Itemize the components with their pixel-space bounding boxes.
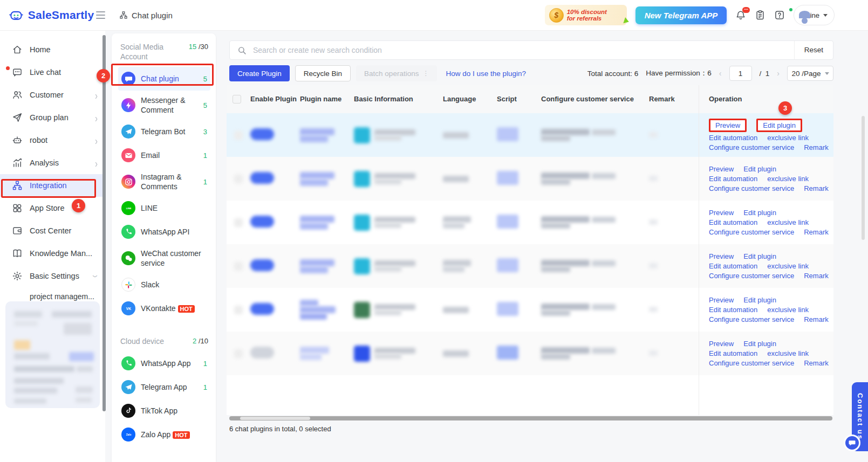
- sidebar-item-analysis[interactable]: Analysis›: [0, 151, 105, 174]
- configure-customer-service-link[interactable]: Configure customer service: [709, 272, 794, 280]
- remark-link[interactable]: Remark: [804, 359, 829, 367]
- preview-link[interactable]: Preview: [709, 165, 734, 173]
- page-size-select[interactable]: 20 /Page: [787, 66, 833, 81]
- preview-link[interactable]: Preview: [709, 252, 734, 260]
- table-row[interactable]: PreviewEdit pluginEdit automationexclusi…: [227, 288, 833, 332]
- channel-item-telegram-bot[interactable]: Telegram Bot3: [118, 120, 210, 143]
- script-button[interactable]: [497, 353, 518, 361]
- page-input[interactable]: 1: [729, 66, 752, 81]
- script-button[interactable]: [497, 309, 518, 318]
- horizontal-scrollbar[interactable]: [229, 416, 832, 420]
- exclusive-link-link[interactable]: exclusive link: [767, 349, 809, 357]
- preview-link[interactable]: Preview: [709, 209, 734, 217]
- edit-plugin-link[interactable]: Edit plugin: [743, 252, 776, 260]
- configure-customer-service-link[interactable]: Configure customer service: [709, 184, 794, 192]
- channel-item-instagram-comments[interactable]: Instagram & Comments1: [118, 167, 210, 196]
- enable-plugin-toggle[interactable]: [250, 265, 274, 273]
- create-plugin-button[interactable]: Create Plugin: [229, 65, 290, 81]
- enable-plugin-toggle[interactable]: [250, 221, 274, 229]
- select-all-checkbox[interactable]: [233, 95, 241, 104]
- sidebar-item-integration[interactable]: Integration: [0, 174, 105, 197]
- edit-automation-link[interactable]: Edit automation: [709, 175, 757, 183]
- channel-item-messenger-comment[interactable]: Messenger & Comment5: [118, 91, 210, 120]
- new-telegram-app-button[interactable]: New Telegram APP: [635, 6, 727, 24]
- enable-plugin-toggle[interactable]: [250, 352, 274, 360]
- enable-plugin-toggle[interactable]: [250, 177, 274, 185]
- exclusive-link-link[interactable]: exclusive link: [767, 175, 809, 183]
- table-row[interactable]: PreviewEdit pluginEdit automationexclusi…: [227, 113, 833, 157]
- edit-automation-link[interactable]: Edit automation: [709, 134, 757, 142]
- script-button[interactable]: [497, 266, 518, 274]
- edit-automation-link[interactable]: Edit automation: [709, 218, 757, 226]
- notification-bell-icon[interactable]: •••: [735, 10, 746, 20]
- configure-customer-service-link[interactable]: Configure customer service: [709, 228, 794, 236]
- edit-automation-link[interactable]: Edit automation: [709, 349, 757, 357]
- remark-link[interactable]: Remark: [804, 228, 829, 236]
- remark-link[interactable]: Remark: [804, 315, 829, 323]
- configure-customer-service-link[interactable]: Configure customer service: [709, 359, 794, 367]
- sidebar-item-home[interactable]: Home: [0, 38, 105, 61]
- help-icon[interactable]: [774, 10, 785, 20]
- sidebar-item-robot[interactable]: robot›: [0, 129, 105, 151]
- clipboard-icon[interactable]: [755, 10, 766, 20]
- recycle-bin-button[interactable]: Recycle Bin: [295, 65, 351, 81]
- channel-item-whatsapp-app[interactable]: WhatsApp App1: [118, 351, 210, 375]
- edit-plugin-link[interactable]: Edit plugin: [756, 119, 802, 132]
- next-page-icon[interactable]: ›: [777, 69, 780, 78]
- table-row[interactable]: PreviewEdit pluginEdit automationexclusi…: [227, 332, 833, 375]
- menu-toggle-icon[interactable]: [96, 11, 105, 19]
- plugin-help-link[interactable]: How do I use the plugin?: [446, 70, 526, 78]
- edit-plugin-link[interactable]: Edit plugin: [743, 165, 776, 173]
- sidebar-item-group-plan[interactable]: Group plan›: [0, 106, 105, 129]
- contact-chat-icon[interactable]: [844, 435, 860, 451]
- sidebar-item-app-store[interactable]: App Store: [0, 197, 105, 219]
- preview-link[interactable]: Preview: [709, 296, 734, 304]
- exclusive-link-link[interactable]: exclusive link: [767, 306, 809, 314]
- prev-page-icon[interactable]: ‹: [719, 69, 722, 78]
- search-input[interactable]: [253, 46, 794, 54]
- sidebar-item-customer[interactable]: Customer›: [0, 84, 105, 106]
- edit-plugin-link[interactable]: Edit plugin: [743, 296, 776, 304]
- enable-plugin-toggle[interactable]: [250, 134, 274, 142]
- edit-automation-link[interactable]: Edit automation: [709, 262, 757, 270]
- channel-item-line[interactable]: LINELINE: [118, 196, 210, 220]
- edit-plugin-link[interactable]: Edit plugin: [743, 340, 776, 348]
- remark-link[interactable]: Remark: [804, 143, 829, 151]
- remark-link[interactable]: Remark: [804, 272, 829, 280]
- channel-item-zalo-app[interactable]: ZaloZalo AppHOT: [118, 423, 210, 446]
- exclusive-link-link[interactable]: exclusive link: [767, 262, 809, 270]
- sidebar-item-basic-settings[interactable]: Basic Settings›: [0, 265, 105, 287]
- configure-customer-service-link[interactable]: Configure customer service: [709, 315, 794, 323]
- batch-operations-button[interactable]: Batch operations⋮: [356, 65, 437, 81]
- script-button[interactable]: [497, 135, 518, 143]
- channel-item-tiktok-app[interactable]: TikTok App: [118, 399, 210, 423]
- preview-link[interactable]: Preview: [709, 340, 734, 348]
- channel-item-whatsapp-api[interactable]: WhatsApp API: [118, 220, 210, 244]
- exclusive-link-link[interactable]: exclusive link: [767, 218, 809, 226]
- exclusive-link-link[interactable]: exclusive link: [767, 134, 809, 142]
- reset-button[interactable]: Reset: [794, 41, 833, 59]
- script-button[interactable]: [497, 222, 518, 230]
- channel-item-wechat-customer-service[interactable]: WeChat customer service: [118, 244, 210, 273]
- channel-item-slack[interactable]: Slack: [118, 273, 210, 296]
- sidebar-item-knowledge-man[interactable]: Knowledge Man...: [0, 242, 105, 265]
- preview-link[interactable]: Preview: [709, 119, 747, 132]
- edit-automation-link[interactable]: Edit automation: [709, 306, 757, 314]
- channel-item-telegram-app[interactable]: Telegram App1: [118, 375, 210, 399]
- edit-plugin-link[interactable]: Edit plugin: [743, 209, 776, 217]
- configure-customer-service-link[interactable]: Configure customer service: [709, 143, 794, 151]
- table-row[interactable]: PreviewEdit pluginEdit automationexclusi…: [227, 157, 833, 201]
- table-row[interactable]: PreviewEdit pluginEdit automationexclusi…: [227, 244, 833, 288]
- enable-plugin-toggle[interactable]: [250, 308, 274, 316]
- table-vertical-scrollbar[interactable]: [862, 116, 865, 240]
- sidebar-scrollbar[interactable]: [102, 35, 106, 411]
- channel-item-vkontakte[interactable]: VKVKontakteHOT: [118, 296, 210, 320]
- user-menu[interactable]: online: [794, 5, 835, 25]
- channel-item-chat-plugin[interactable]: Chat plugin5: [118, 67, 210, 91]
- logo[interactable]: SaleSmartly: [0, 7, 105, 23]
- table-row[interactable]: PreviewEdit pluginEdit automationexclusi…: [227, 201, 833, 244]
- sidebar-item-cost-center[interactable]: Cost Center: [0, 219, 105, 242]
- sidebar-item-live-chat[interactable]: Live chat: [0, 61, 105, 84]
- channel-item-email[interactable]: Email1: [118, 143, 210, 167]
- script-button[interactable]: [497, 178, 518, 187]
